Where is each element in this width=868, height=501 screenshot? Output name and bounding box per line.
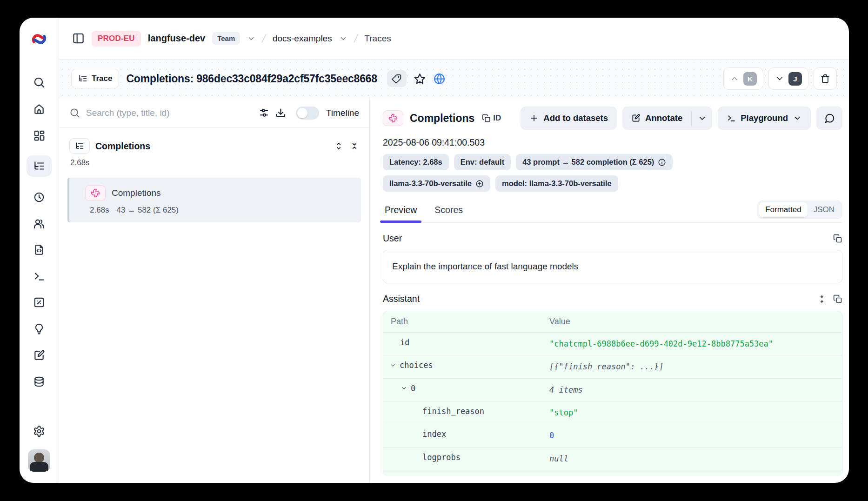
expand-all-icon[interactable] xyxy=(334,141,343,151)
trace-title: Completions: 986dec33c084f29a2cf57fc35ee… xyxy=(126,73,377,85)
insights-icon[interactable] xyxy=(33,323,45,335)
organization-name[interactable]: langfuse-dev xyxy=(148,33,205,44)
next-trace-button[interactable]: J xyxy=(768,67,808,90)
dashboard-icon[interactable] xyxy=(33,129,45,141)
format-formatted[interactable]: Formatted xyxy=(759,202,807,217)
sidebar-item-tracing[interactable] xyxy=(27,155,52,177)
chevron-down-icon xyxy=(793,114,802,123)
observation-title: Completions xyxy=(410,112,474,125)
chat-bubble-icon xyxy=(824,113,835,124)
trace-type-label: Trace xyxy=(92,74,112,83)
generation-fan-icon xyxy=(85,185,106,201)
assistant-section-title: Assistant xyxy=(383,294,420,304)
table-row: index 0 xyxy=(383,424,842,447)
langfuse-logo-icon[interactable] xyxy=(30,30,48,48)
tree-search-row: Timeline xyxy=(59,98,369,128)
terminal-icon xyxy=(727,114,736,123)
value-column-header: Value xyxy=(549,317,570,327)
plus-icon xyxy=(529,114,539,123)
circle-plus-icon xyxy=(475,180,484,188)
prompts-icon[interactable] xyxy=(33,244,45,256)
tree-search-input[interactable] xyxy=(86,108,253,118)
observation-detail-panel: Completions ID Add to datasets xyxy=(370,98,849,483)
add-to-datasets-button[interactable]: Add to datasets xyxy=(521,107,617,130)
table-row: logprobs null xyxy=(383,447,842,470)
assistant-section-header: Assistant xyxy=(383,294,842,304)
users-icon[interactable] xyxy=(33,218,45,230)
bookmark-star-icon[interactable] xyxy=(414,73,426,85)
tree-root-row[interactable]: Completions xyxy=(67,138,361,154)
annotation-icon[interactable] xyxy=(33,349,45,361)
table-row[interactable]: message 2 items xyxy=(383,470,842,476)
copy-icon[interactable] xyxy=(833,234,842,243)
evaluation-icon[interactable] xyxy=(33,296,45,308)
view-settings-icon[interactable] xyxy=(259,107,269,118)
trace-title-bar: Trace Completions: 986dec33c084f29a2cf57… xyxy=(59,59,849,98)
chevron-up-icon xyxy=(730,74,739,83)
project-name[interactable]: docs-examples xyxy=(273,33,332,44)
token-usage-badge[interactable]: 43 prompt → 582 completion (Σ 625) xyxy=(516,154,673,170)
annotate-split-button: Annotate xyxy=(622,107,712,130)
app-window: PROD-EU langfuse-dev Team / docs-example… xyxy=(20,18,849,483)
settings-gear-icon[interactable] xyxy=(33,425,45,437)
project-switcher-chevron-icon[interactable] xyxy=(339,34,347,43)
copy-icon[interactable] xyxy=(833,294,842,304)
download-icon[interactable] xyxy=(275,107,286,118)
search-icon[interactable] xyxy=(33,76,45,88)
info-icon xyxy=(658,158,666,167)
collapse-vertical-icon[interactable] xyxy=(817,294,827,304)
tree-root-duration: 2.68s xyxy=(70,158,361,167)
playground-button[interactable]: Playground xyxy=(718,107,811,130)
search-icon xyxy=(69,107,80,118)
breadcrumb-separator: / xyxy=(353,32,359,45)
tag-icon[interactable] xyxy=(387,70,407,87)
annotate-button[interactable]: Annotate xyxy=(622,107,691,130)
format-toggle: Formatted JSON xyxy=(757,200,842,219)
environment-badge: Env: default xyxy=(454,154,511,170)
timeline-toggle[interactable] xyxy=(296,107,319,120)
json-table-header: Path Value xyxy=(383,311,842,332)
breadcrumb-separator: / xyxy=(261,32,267,45)
assistant-json-table: Path Value id "chatcmpl-6988b6ee-d699-40… xyxy=(383,311,842,476)
tree-item-generation-selected[interactable]: Completions 2.68s 43 → 582 (Σ 625) xyxy=(67,178,361,222)
tree-item-token-usage: 43 → 582 (Σ 625) xyxy=(117,206,179,215)
datasets-icon[interactable] xyxy=(33,376,45,388)
sessions-icon[interactable] xyxy=(33,191,45,203)
model-pill-badge[interactable]: llama-3.3-70b-versatile xyxy=(383,175,490,192)
format-json[interactable]: JSON xyxy=(808,202,841,217)
table-row[interactable]: choices [{"finish_reason": ...}] xyxy=(383,355,842,378)
tab-preview[interactable]: Preview xyxy=(383,200,419,222)
playground-icon[interactable] xyxy=(33,270,45,282)
latency-badge: Latency: 2.68s xyxy=(383,154,449,170)
user-section-title: User xyxy=(383,233,402,244)
table-row: finish_reason "stop" xyxy=(383,401,842,424)
trash-icon xyxy=(820,73,830,84)
detail-tabs: Preview Scores Formatted JSON xyxy=(383,200,842,223)
breadcrumb-section[interactable]: Traces xyxy=(364,33,391,44)
tree-root-label: Completions xyxy=(95,141,150,152)
annotate-dropdown-chevron-icon[interactable] xyxy=(692,107,712,130)
delete-trace-button[interactable] xyxy=(814,67,837,90)
pen-square-icon xyxy=(631,114,641,123)
id-label: ID xyxy=(493,114,501,123)
collapse-all-icon[interactable] xyxy=(350,141,359,151)
model-attribute-badge: model: llama-3.3-70b-versatile xyxy=(495,175,618,192)
path-column-header: Path xyxy=(391,317,549,327)
kbd-k: K xyxy=(743,72,757,86)
copy-id-button[interactable]: ID xyxy=(482,114,501,123)
observation-badges: Latency: 2.68s Env: default 43 prompt → … xyxy=(383,154,736,192)
trace-tree: Completions 2.68s Completions xyxy=(59,128,369,233)
home-icon[interactable] xyxy=(33,103,45,115)
prev-trace-button[interactable]: K xyxy=(723,67,763,90)
sidebar-toggle-icon[interactable] xyxy=(72,32,85,45)
table-row[interactable]: 0 4 items xyxy=(383,378,842,401)
tab-scores[interactable]: Scores xyxy=(433,200,465,222)
comments-button[interactable] xyxy=(816,107,842,130)
org-switcher-chevron-icon[interactable] xyxy=(247,34,255,43)
generation-fan-icon xyxy=(383,110,403,126)
environment-badge[interactable]: PROD-EU xyxy=(92,31,141,47)
user-avatar[interactable] xyxy=(28,449,50,472)
user-message: Explain the importance of fast language … xyxy=(383,250,842,283)
public-globe-icon[interactable] xyxy=(433,73,446,85)
list-tree-icon xyxy=(78,74,87,83)
